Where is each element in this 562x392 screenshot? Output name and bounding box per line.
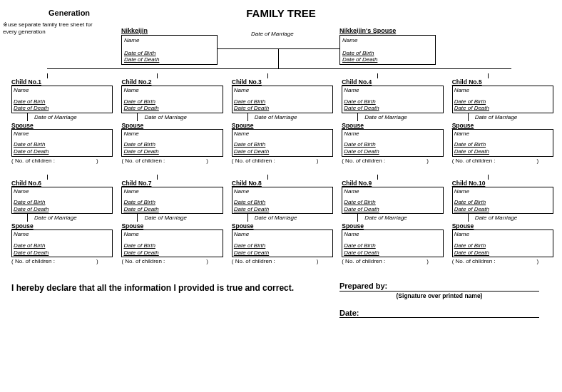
child-title: Child No.8 [232,180,333,187]
child-title: Child No.1 [11,78,113,86]
name-field: Name [342,37,433,44]
child-column-9: Child No.9 Name Date of Birth Date of De… [342,180,443,265]
dob-field: Date of Birth [124,50,215,57]
marriage-connector: Date of Marriage [342,215,443,222]
name-field: Name [14,188,111,195]
dob-field: Date of Birth [234,141,331,148]
marriage-connector: Date of Marriage [232,114,333,121]
spouse-box: Name Date of Birth Date of Death [452,229,553,257]
dob-field: Date of Birth [234,199,331,206]
marriage-connector: Date of Marriage [232,215,333,222]
name-field: Name [14,231,111,238]
dob-field: Date of Birth [344,199,441,206]
dod-field: Date of Death [124,56,215,63]
spouse-heading: Spouse [121,122,223,129]
dob-field: Date of Birth [344,98,441,105]
marriage-label: Date of Marriage [144,114,187,120]
marriage-label: Date of Marriage [364,215,407,221]
child-title: Child No.2 [121,78,223,86]
dob-field: Date of Birth [123,199,220,206]
dod-field: Date of Death [14,249,111,257]
no-of-children: ( No. of children :) [342,258,443,264]
name-field: Name [454,130,551,138]
name-field: Name [454,188,551,195]
no-of-children: ( No. of children :) [232,158,333,164]
dob-field: Date of Birth [14,242,111,249]
spouse-box: Name Date of Birth Date of Death [232,129,333,157]
no-of-children: ( No. of children :) [11,258,113,264]
dod-field: Date of Death [14,206,111,213]
child-column-4: Child No.4 Name Date of Birth Date of De… [342,78,443,164]
dod-field: Date of Death [234,148,331,155]
dob-field: Date of Birth [454,242,551,249]
dod-field: Date of Death [454,249,551,257]
child-box: Name Date of Birth Date of Death [121,187,223,215]
name-field: Name [344,188,441,195]
spouse-heading: Spouse [121,222,223,229]
marriage-label: Date of Marriage [144,215,187,221]
dob-field: Date of Birth [344,141,441,148]
marriage-connector: Date of Marriage [11,215,113,222]
child-column-5: Child No.5 Name Date of Birth Date of De… [452,78,553,164]
child-column-6: Child No.6 Name Date of Birth Date of De… [11,180,113,265]
name-field: Name [454,231,551,238]
dod-field: Date of Death [123,105,220,112]
child-box: Name Date of Birth Date of Death [452,86,553,113]
name-field: Name [344,130,441,138]
dob-field: Date of Birth [234,242,331,249]
marriage-connector: Date of Marriage [121,114,223,121]
no-of-children: ( No. of children :) [11,158,113,164]
dob-field: Date of Birth [123,98,220,105]
dob-field: Date of Birth [342,50,433,57]
footer: I hereby declare that all the informatio… [9,277,553,334]
dod-field: Date of Death [344,105,441,112]
child-title: Child No.3 [232,78,333,86]
dod-field: Date of Death [123,249,220,257]
child-column-10: Child No.10 Name Date of Birth Date of D… [452,180,553,265]
marriage-connector: Date of Marriage [11,114,113,121]
child-title: Child No.6 [11,180,113,187]
dod-field: Date of Death [342,56,433,63]
name-field: Name [454,87,551,94]
marriage-connector: Date of Marriage [452,215,553,222]
name-field: Name [344,231,441,238]
dod-field: Date of Death [123,148,220,155]
name-field: Name [123,87,220,94]
marriage-connector: Date of Marriage [342,114,443,121]
spouse-heading: Spouse [452,122,553,129]
nikkeijin-title: Nikkeijin [121,27,218,34]
child-box: Name Date of Birth Date of Death [342,86,443,113]
child-title: Child No.9 [342,180,443,187]
dob-field: Date of Birth [14,141,111,148]
dod-field: Date of Death [123,206,220,213]
spouse-heading: Spouse [232,222,333,229]
spouse-box: Name Date of Birth Date of Death [11,129,113,157]
marriage-label: Date of Marriage [255,215,297,221]
date-line: Date: [339,306,539,318]
prepared-by-line: Prepared by: [339,280,539,292]
spouse-box: Name Date of Birth Date of Death [121,229,223,257]
marriage-label: Date of Marriage [255,114,297,120]
dob-field: Date of Birth [454,199,551,206]
marriage-connector: Date of Marriage [121,215,223,222]
name-field: Name [234,130,331,138]
no-of-children: ( No. of children :) [232,258,333,264]
child-box: Name Date of Birth Date of Death [342,187,443,215]
name-field: Name [234,231,331,238]
spouse-heading: Spouse [342,222,443,229]
no-of-children: ( No. of children :) [452,258,553,264]
dod-field: Date of Death [454,148,551,155]
marriage-date-label: Date of Marriage [251,31,294,37]
dob-field: Date of Birth [234,98,331,105]
marriage-label: Date of Marriage [364,114,407,120]
spouse-box: Name Date of Birth Date of Death [121,129,223,157]
spouse-box: Name Date of Birth Date of Death [342,229,443,257]
dod-field: Date of Death [454,105,551,112]
child-box: Name Date of Birth Date of Death [232,86,333,113]
name-field: Name [14,87,111,94]
dod-field: Date of Death [454,206,551,213]
dod-field: Date of Death [14,148,111,155]
spouse-box: Name Date of Birth Date of Death [11,229,113,257]
child-box: Name Date of Birth Date of Death [11,86,113,113]
dob-field: Date of Birth [454,98,551,105]
